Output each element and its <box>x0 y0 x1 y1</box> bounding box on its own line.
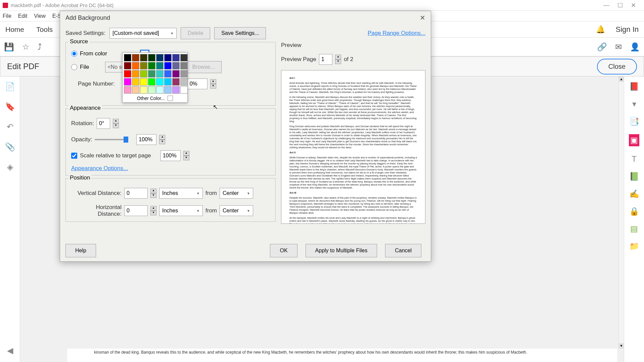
compress-icon[interactable]: 📁 <box>629 242 639 251</box>
dialog-close-button[interactable]: ✕ <box>420 14 425 22</box>
scale-checkbox[interactable] <box>71 153 77 159</box>
page-number-input[interactable] <box>187 79 208 89</box>
menu-view[interactable]: View <box>34 13 45 19</box>
maximize-button[interactable]: ☐ <box>617 2 623 9</box>
notifications-icon[interactable]: 🔔 <box>596 25 605 34</box>
color-cell[interactable] <box>132 70 139 77</box>
opacity-spinner-up[interactable]: ▲ <box>159 135 165 140</box>
user-icon[interactable]: 👤 <box>630 42 640 52</box>
scale-input[interactable] <box>160 150 181 161</box>
opacity-spinner-down[interactable]: ▼ <box>159 140 165 144</box>
color-cell[interactable] <box>132 54 139 61</box>
nav-tools[interactable]: Tools <box>36 25 53 34</box>
vertical-origin-dropdown[interactable]: Center ▼ <box>220 188 253 199</box>
preview-spinner-up[interactable]: ▲ <box>335 55 341 59</box>
color-cell[interactable] <box>124 70 131 77</box>
horizontal-origin-dropdown[interactable]: Center ▼ <box>220 205 253 216</box>
export-icon[interactable]: 📗 <box>629 172 639 181</box>
apply-multiple-button[interactable]: Apply to Multiple Files <box>306 244 377 257</box>
color-cell[interactable] <box>180 54 188 61</box>
vertical-scrollbar[interactable]: ▲ ▼ <box>618 76 624 349</box>
combine-icon[interactable]: 📑 <box>629 117 639 126</box>
preview-page-input[interactable] <box>319 54 332 65</box>
collapse-icon[interactable]: ◀ <box>7 346 13 355</box>
color-cell[interactable] <box>172 70 180 77</box>
color-cell[interactable] <box>156 62 164 69</box>
edit-tool-highlight-icon[interactable]: ▣ <box>629 134 639 146</box>
mail-icon[interactable]: ✉ <box>615 42 622 52</box>
vertical-distance-input[interactable] <box>124 188 148 199</box>
ok-button[interactable]: OK <box>270 244 297 257</box>
preview-spinner-down[interactable]: ▼ <box>335 59 341 64</box>
protect-icon[interactable]: 🔒 <box>629 207 639 216</box>
save-icon[interactable]: 💾 <box>4 42 14 52</box>
link-icon[interactable]: 🔗 <box>597 42 607 52</box>
scroll-up-arrow[interactable]: ▲ <box>619 76 624 82</box>
saved-settings-dropdown[interactable]: [Custom-not saved] ▼ <box>109 28 177 39</box>
page-range-options-link[interactable]: Page Range Options... <box>368 30 425 37</box>
organize-icon[interactable]: ▤ <box>630 224 638 234</box>
color-cell[interactable] <box>140 62 147 69</box>
text-icon[interactable]: T <box>632 154 637 164</box>
color-cell[interactable] <box>156 70 164 77</box>
close-button[interactable]: Close <box>597 59 637 74</box>
color-cell[interactable] <box>180 86 188 94</box>
color-cell[interactable] <box>156 86 164 94</box>
scale-spinner-down[interactable]: ▼ <box>183 156 189 160</box>
color-cell[interactable] <box>140 54 147 61</box>
color-cell[interactable] <box>124 86 131 94</box>
color-cell[interactable] <box>132 78 139 86</box>
color-cell[interactable] <box>164 62 172 69</box>
color-cell[interactable] <box>156 78 164 86</box>
hdist-spinner-down[interactable]: ▼ <box>150 211 156 215</box>
color-cell[interactable] <box>172 54 180 61</box>
help-button[interactable]: Help <box>65 244 96 257</box>
color-cell[interactable] <box>148 70 155 77</box>
color-cell[interactable] <box>148 78 155 86</box>
color-cell[interactable] <box>164 54 172 61</box>
vdist-spinner-down[interactable]: ▼ <box>150 193 156 198</box>
rotation-spinner-down[interactable]: ▼ <box>113 123 119 128</box>
other-color-swatch[interactable] <box>168 96 173 101</box>
menu-file[interactable]: File <box>3 13 11 19</box>
layers-icon[interactable]: ◈ <box>7 162 13 172</box>
horizontal-units-dropdown[interactable]: Inches ▼ <box>159 205 203 216</box>
vertical-units-dropdown[interactable]: Inches ▼ <box>159 188 203 199</box>
color-cell[interactable] <box>180 78 188 86</box>
bookmark-icon[interactable]: 🔖 <box>5 102 15 111</box>
color-cell[interactable] <box>124 78 131 86</box>
create-pdf-icon[interactable]: 📕 <box>629 82 639 91</box>
opacity-slider-thumb[interactable] <box>124 137 128 143</box>
pages-icon[interactable]: 📄 <box>5 82 15 91</box>
rotation-spinner-up[interactable]: ▲ <box>113 119 119 123</box>
spinner-up[interactable]: ▲ <box>210 79 216 84</box>
color-cell[interactable] <box>172 78 180 86</box>
chevron-icon[interactable]: ▾ <box>632 99 636 109</box>
minimize-button[interactable]: — <box>603 2 609 9</box>
color-cell[interactable] <box>148 54 155 61</box>
undo-icon[interactable]: ↶ <box>7 122 13 132</box>
star-icon[interactable]: ☆ <box>22 42 30 52</box>
opacity-input[interactable] <box>136 134 156 145</box>
from-color-radio[interactable] <box>71 51 77 57</box>
color-cell[interactable] <box>164 70 172 77</box>
color-cell[interactable] <box>172 86 180 94</box>
appearance-options-link[interactable]: Appearance Options... <box>71 165 128 171</box>
save-settings-button[interactable]: Save Settings... <box>214 27 266 39</box>
color-cell[interactable] <box>124 54 131 61</box>
color-cell[interactable] <box>180 70 188 77</box>
file-radio[interactable] <box>71 64 77 70</box>
hdist-spinner-up[interactable]: ▲ <box>150 206 156 211</box>
close-window-button[interactable]: ✕ <box>631 2 636 9</box>
spinner-down[interactable]: ▼ <box>210 84 216 89</box>
cancel-button[interactable]: Cancel <box>385 244 421 257</box>
color-cell[interactable] <box>148 86 155 94</box>
color-cell[interactable] <box>156 54 164 61</box>
color-cell[interactable] <box>140 86 147 94</box>
rotation-input[interactable] <box>97 118 110 129</box>
color-cell[interactable] <box>180 62 188 69</box>
color-cell[interactable] <box>124 62 131 69</box>
nav-home[interactable]: Home <box>5 25 24 34</box>
color-cell[interactable] <box>132 62 139 69</box>
color-cell[interactable] <box>140 78 147 86</box>
